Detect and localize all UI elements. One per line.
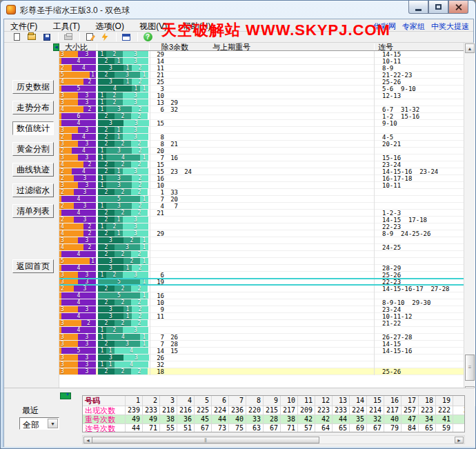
daxiao-segment: 4 <box>72 134 96 140</box>
chart-row[interactable]: 433159-10 <box>59 120 464 127</box>
chart-row[interactable]: 3311432 <box>59 361 464 368</box>
vertical-scroll-thumb[interactable] <box>465 355 475 381</box>
sidebar-item-home[interactable]: 返回首页 <box>12 259 54 273</box>
chart-row[interactable]: 4223124-25 <box>59 244 464 251</box>
collapse-sidebar-button[interactable]: ◀ <box>53 43 59 51</box>
daxiao-segment: 2 <box>59 65 72 71</box>
print-button[interactable] <box>61 32 75 42</box>
chart-row[interactable]: 33312923-24 <box>59 306 464 313</box>
maximize-button[interactable] <box>428 1 448 14</box>
column-header-repeat[interactable]: 与上期重号 <box>212 43 250 51</box>
chart-row[interactable]: 33213 <box>59 127 464 134</box>
chart-row[interactable]: 42131410-11 <box>59 58 464 65</box>
sidebar-item-2[interactable]: 数值统计 <box>12 121 54 135</box>
chart-row[interactable]: 4222211-2-3 <box>59 210 464 217</box>
chart-row[interactable]: 2321314-15 17-18 <box>59 217 464 223</box>
stats-scroll-thumb[interactable] <box>92 437 319 443</box>
chart-row[interactable]: 332221825-26 <box>59 368 464 375</box>
daxiao-segment: 3 <box>78 127 96 133</box>
open-button[interactable] <box>25 32 39 42</box>
stats-cell: 40 <box>229 415 246 424</box>
sidebar-item-3[interactable]: 黄金分割 <box>12 142 54 156</box>
column-header-daxiao[interactable]: 大小比 <box>65 43 88 51</box>
chart-row[interactable]: 423122525-26 <box>59 79 464 86</box>
sidebar-item-5[interactable]: 过滤缩水 <box>12 183 54 197</box>
chart-row[interactable]: 3314171615-16 <box>59 154 464 161</box>
chart-row[interactable]: 331321010-11 <box>59 182 464 189</box>
chart-row[interactable]: 42213298-9 24-25-26 <box>59 230 464 237</box>
vertical-scrollbar[interactable]: ▲ ▼ <box>464 43 475 397</box>
chart-row[interactable]: 333326 <box>59 355 464 361</box>
range-select[interactable]: 全部 ▼ <box>19 417 59 430</box>
scroll-up-icon[interactable]: ▲ <box>465 43 475 53</box>
chart-row[interactable]: 23222133 <box>59 189 464 196</box>
link-speedup[interactable]: 中奖大提速 <box>431 22 469 30</box>
chart-row[interactable]: 2421315232414-15-16 23-24 <box>59 168 464 175</box>
chart-row[interactable]: 62221-2 15-16 <box>59 113 464 120</box>
chart-row[interactable]: 4222 <box>59 251 464 258</box>
toolbar-separator <box>116 32 117 41</box>
help-button[interactable]: ? <box>141 32 155 42</box>
chart-row[interactable]: 421326326-7 31-32 <box>59 106 464 113</box>
sidebar-item-1[interactable]: 走势分布 <box>12 101 54 114</box>
mod3-segment: 2 <box>106 272 123 278</box>
link-experts[interactable]: 专家组 <box>402 22 425 30</box>
chart-row[interactable]: 331231012-13 <box>59 92 464 99</box>
panel-toggle-button[interactable] <box>60 392 71 399</box>
edit-notes-button[interactable] <box>83 32 97 42</box>
mod3-bar: 213 <box>98 217 148 223</box>
chart-row[interactable]: 2413220 <box>59 148 464 154</box>
chart-row[interactable]: 331231329 <box>59 99 464 106</box>
chart-row[interactable]: 331232914-15 <box>59 51 464 58</box>
mod3-segment: 3 <box>123 51 148 57</box>
repeat-number: 32 <box>164 106 178 113</box>
daxiao-segment: 3 <box>59 341 78 347</box>
chart-row[interactable]: 43121110-11-12 <box>59 313 464 320</box>
chart-row[interactable]: 4222108-9-10 29-30 <box>59 299 464 306</box>
chart-row[interactable]: 2322214-15-16-17 27-28 <box>59 286 464 292</box>
chart-row[interactable]: 2421384-5 <box>59 134 464 141</box>
chart-row[interactable]: 541135-6 9-10 <box>59 86 464 92</box>
chart-row[interactable]: 4212322-23 <box>59 223 464 230</box>
stats-scrollbar[interactable]: ◄ ► <box>82 435 465 444</box>
chart-row[interactable]: 5114141514-15-16 <box>59 348 464 355</box>
mod3-segment: 2 <box>98 251 115 257</box>
chart-row[interactable]: 3314172626-27-28 <box>59 334 464 341</box>
chart-row[interactable]: 33321 <box>59 237 464 244</box>
sidebar-item-4[interactable]: 曲线轨迹 <box>12 163 54 177</box>
repeat-number: 11 <box>150 313 164 320</box>
chart-row[interactable]: 3222221-22 <box>59 320 464 327</box>
quick-run-button[interactable] <box>98 32 112 42</box>
sidebar-item-0[interactable]: 历史数据 <box>12 80 54 94</box>
chevron-down-icon[interactable]: ▼ <box>48 419 58 428</box>
window-view-button[interactable] <box>119 32 133 42</box>
chart-row[interactable]: 24312118-9 <box>59 65 464 72</box>
minimize-button[interactable] <box>408 1 428 14</box>
column-header-run[interactable]: 连号 <box>378 43 393 51</box>
chart-row[interactable]: 4123 <box>59 327 464 334</box>
scroll-right-icon[interactable]: ► <box>455 437 464 443</box>
chart-row[interactable]: 3322282120-21 <box>59 141 464 148</box>
save-button[interactable] <box>40 32 54 42</box>
daxiao-segment: 2 <box>83 230 96 237</box>
close-button[interactable] <box>448 1 468 14</box>
mod3-segment: 5 <box>98 279 140 285</box>
chart-row[interactable]: 51321 <box>59 258 464 265</box>
chart-row[interactable]: 45116 <box>59 292 464 299</box>
daxiao-bar: 4 <box>59 292 96 299</box>
chart-row[interactable]: 451720 <box>59 196 464 203</box>
chart-row[interactable]: 512312121-22-23 <box>59 72 464 79</box>
chart-row[interactable]: 3323172814-15 <box>59 341 464 348</box>
daxiao-segment: 4 <box>59 79 83 85</box>
sidebar-item-6[interactable]: 清单列表 <box>12 204 54 218</box>
new-file-button[interactable] <box>10 32 23 42</box>
daxiao-bar: 33 <box>59 127 96 133</box>
chart-row[interactable]: 431228-29 <box>59 265 464 272</box>
title-bar[interactable]: 彩尊圣手缩水王版3.0 - 双色球 <box>1 1 475 19</box>
run-numbers: 6-7 31-32 <box>382 106 419 113</box>
column-header-mod3[interactable]: 除3余数 <box>161 43 188 51</box>
chart-row[interactable]: 231321616-17-18 <box>59 175 464 182</box>
chart-row[interactable]: 2313247 <box>59 203 464 210</box>
chart-row[interactable]: 33511922-23 <box>59 279 464 286</box>
chart-row[interactable]: 422221523-24 <box>59 161 464 168</box>
